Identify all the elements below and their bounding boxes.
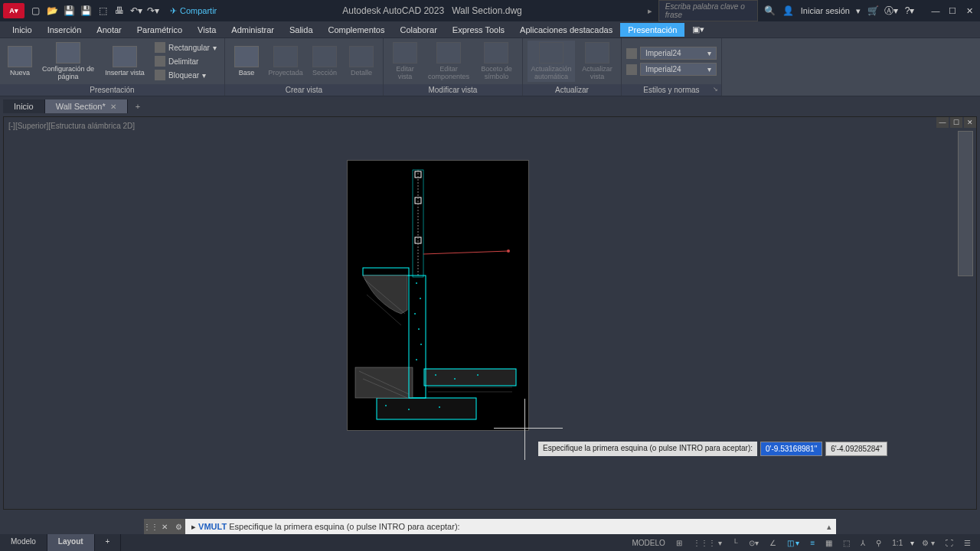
lineweight-icon[interactable]: ≡ — [807, 537, 818, 549]
redo-icon[interactable]: ↷▾ — [147, 5, 159, 17]
file-tab-wallsection[interactable]: Wall Section* ✕ — [45, 99, 128, 113]
tab-presentacion[interactable]: Presentación — [620, 23, 684, 37]
edit-view-icon — [393, 42, 417, 64]
plot-icon[interactable]: 🖶 — [113, 5, 126, 17]
maximize-button[interactable]: ☐ — [945, 5, 960, 17]
dynamic-x-input[interactable]: 0'-9.53168981" — [760, 442, 822, 456]
svg-rect-7 — [363, 268, 409, 276]
tab-aplicaciones[interactable]: Aplicaciones destacadas — [512, 23, 620, 37]
svg-point-6 — [507, 249, 510, 253]
maximize-viewport-icon[interactable]: ⛶ — [942, 537, 956, 549]
tab-colaborar[interactable]: Colaborar — [393, 23, 445, 37]
app-icon[interactable]: Ⓐ▾ — [885, 5, 897, 17]
layout-tab[interactable]: Layout — [47, 534, 95, 551]
command-text: Especifique la primera esquina (o pulse … — [227, 522, 459, 531]
space-toggle[interactable]: MODELO — [629, 537, 668, 549]
open-icon[interactable]: 📂 — [46, 5, 58, 17]
tab-insercion[interactable]: Inserción — [40, 23, 90, 37]
close-icon[interactable]: ✕ — [110, 103, 116, 111]
help-icon[interactable]: ?▾ — [903, 5, 916, 17]
undo-icon[interactable]: ↶▾ — [130, 5, 142, 17]
panel-title-crearvista: Crear vista — [225, 84, 383, 96]
tab-anotar[interactable]: Anotar — [89, 23, 129, 37]
new-layout-button[interactable]: Nueva — [5, 44, 35, 78]
annoscale-icon[interactable]: ⅄ — [858, 537, 868, 549]
polar-icon[interactable]: ⊙▾ — [746, 537, 762, 549]
cart-icon[interactable]: 🛒 — [867, 5, 879, 17]
app-logo[interactable]: A ▾ — [3, 3, 24, 18]
panel-title-layout: Presentación — [0, 84, 224, 96]
chevron-down-icon: ▾ — [707, 49, 711, 57]
search-input[interactable]: Escriba palabra clave o frase — [658, 0, 758, 21]
marker-icon[interactable]: ▸ — [648, 6, 652, 16]
share-icon: ✈ — [170, 6, 177, 16]
signin-dropdown-icon[interactable]: ▾ — [856, 6, 861, 16]
user-icon[interactable]: 👤 — [782, 5, 795, 17]
section-icon — [312, 46, 337, 67]
panel-title-modvista: Modificar vista — [384, 84, 522, 96]
insert-view-button[interactable]: Insertar vista — [101, 44, 149, 78]
page-setup-button[interactable]: Configuración depágina — [38, 41, 98, 82]
vw-close-button[interactable]: ✕ — [964, 117, 976, 128]
new-file-tab-button[interactable]: + — [128, 99, 148, 113]
rectangular-button[interactable]: Rectangular ▾ — [152, 41, 220, 54]
new-icon[interactable]: ▢ — [29, 5, 41, 17]
navigation-bar[interactable] — [958, 131, 973, 276]
cycling-icon[interactable]: ⬚ — [840, 537, 853, 549]
clip-button[interactable]: Delimitar — [152, 55, 220, 67]
tab-complementos[interactable]: Complementos — [321, 23, 393, 37]
file-tab-inicio[interactable]: Inicio — [3, 99, 45, 113]
search-icon[interactable]: 🔍 — [764, 5, 776, 17]
ortho-icon[interactable]: └ — [730, 537, 741, 549]
osnap-icon[interactable]: ◫ ▾ — [784, 537, 803, 549]
tab-administrar[interactable]: Administrar — [224, 23, 282, 37]
update-view-icon — [585, 42, 609, 64]
dynamic-y-input[interactable]: 6'-4.09285284" — [825, 442, 887, 456]
cmd-handle-icon[interactable]: ⋮⋮ — [144, 519, 158, 534]
transp-icon[interactable]: ▦ — [822, 537, 835, 549]
style2-dropdown[interactable]: Imperial24▾ — [640, 63, 717, 76]
vw-maximize-button[interactable]: ☐ — [950, 117, 962, 128]
panel-title-estilos: Estilos y normas↘ — [622, 84, 721, 96]
view-label[interactable]: [-][Superior][Estructura alámbrica 2D] — [8, 122, 135, 130]
vw-minimize-button[interactable]: — — [936, 117, 949, 128]
close-button[interactable]: ✕ — [962, 5, 977, 17]
cmd-close-button[interactable]: ✕ — [158, 519, 172, 534]
tab-inicio[interactable]: Inicio — [5, 23, 40, 37]
tab-parametrico[interactable]: Paramétrico — [129, 23, 190, 37]
tab-expresstools[interactable]: Express Tools — [445, 23, 512, 37]
detail-button: Detalle — [345, 44, 378, 78]
minimize-button[interactable]: — — [928, 5, 943, 17]
tab-extra-icon[interactable]: ▣▾ — [684, 22, 712, 37]
model-tab[interactable]: Modelo — [0, 534, 47, 551]
isodraft-icon[interactable]: ∠ — [766, 537, 779, 549]
svg-rect-9 — [424, 369, 516, 386]
drawing-area[interactable]: [-][Superior][Estructura alámbrica 2D] —… — [0, 113, 980, 513]
ribbon-tabs: Inicio Inserción Anotar Paramétrico Vist… — [0, 21, 980, 38]
grid-icon[interactable]: ⊞ — [673, 537, 685, 549]
tab-vista[interactable]: Vista — [190, 23, 224, 37]
style1-dropdown[interactable]: Imperial24▾ — [640, 47, 717, 60]
save-icon[interactable]: 💾 — [63, 5, 75, 17]
command-line[interactable]: ⋮⋮ ✕ ⚙ ▸ VMULT Especifique la primera es… — [144, 519, 836, 534]
edit-comp-button: Editar componentes — [425, 41, 472, 82]
web-open-icon[interactable]: ⬚ — [96, 5, 109, 17]
update-view-button: Actualizar vista — [578, 41, 616, 82]
lock-icon — [155, 70, 165, 80]
cmd-history-icon[interactable]: ▴ — [822, 522, 836, 532]
lock-button[interactable]: Bloquear ▾ — [152, 69, 220, 81]
share-button[interactable]: ✈ Compartir — [170, 6, 217, 16]
gear-icon[interactable]: ⚙ ▾ — [919, 537, 938, 549]
annovis-icon[interactable]: ⚲ — [873, 537, 884, 549]
base-button[interactable]: Base — [230, 44, 263, 78]
saveas-icon[interactable]: 💾 — [80, 5, 92, 17]
crosshair-vertical — [524, 399, 525, 460]
cmd-config-button[interactable]: ⚙ — [172, 519, 185, 534]
signin-link[interactable]: Iniciar sesión — [801, 6, 850, 15]
customize-icon[interactable]: ☰ — [961, 537, 974, 549]
scale-label[interactable]: 1:1 — [889, 537, 906, 549]
tab-salida[interactable]: Salida — [282, 23, 321, 37]
snap-icon[interactable]: ⋮⋮⋮ ▾ — [690, 537, 725, 549]
add-layout-button[interactable]: + — [95, 534, 122, 551]
paper-viewport[interactable] — [347, 160, 529, 431]
